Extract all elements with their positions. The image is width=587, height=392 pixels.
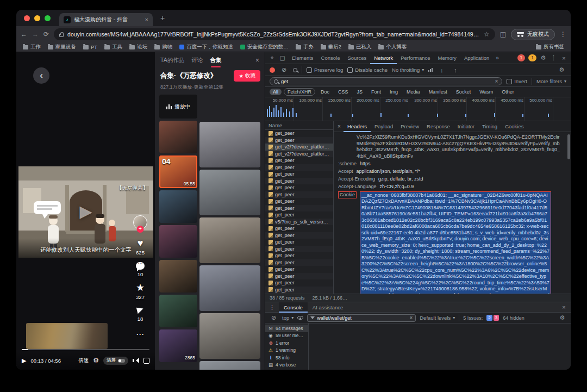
request-row[interactable]: get_peer — [265, 273, 333, 280]
browser-tab[interactable]: ♪ 福大漫购的抖音 - 抖音 × — [59, 13, 153, 26]
detail-tab[interactable]: Cookies — [501, 121, 527, 132]
request-row[interactable]: get_peer — [265, 178, 333, 185]
playback-speed-button[interactable]: 倍速 — [78, 357, 89, 364]
devtools-tab[interactable]: Console — [317, 52, 344, 64]
player-settings-icon[interactable]: ⚙ — [93, 357, 99, 364]
record-button[interactable] — [270, 67, 275, 73]
progress-bar[interactable] — [22, 349, 149, 350]
author-avatar-follow[interactable] — [133, 215, 147, 229]
request-row[interactable]: get_peer — [265, 198, 333, 205]
collect-star-icon[interactable]: ★ — [136, 283, 145, 293]
devtools-tab[interactable]: Memory — [434, 52, 460, 64]
close-panel-icon[interactable]: × — [255, 57, 259, 64]
bookmark-item[interactable]: 百度一下，你就知道 — [179, 43, 233, 51]
episode-thumbnail[interactable] — [199, 265, 260, 311]
more-panels-icon[interactable]: » — [494, 55, 501, 61]
network-conditions-icon[interactable] — [428, 68, 433, 72]
preserve-log-checkbox[interactable]: Preserve log — [307, 67, 343, 73]
request-type-chip[interactable]: All — [270, 89, 282, 95]
request-row[interactable]: get_peer — [265, 252, 333, 259]
comment-icon[interactable] — [136, 262, 145, 270]
drawer-tab[interactable]: AI assistance — [308, 302, 348, 313]
clear-network-icon[interactable]: ⊘ — [279, 66, 289, 73]
detail-tab[interactable]: Initiator — [454, 121, 478, 132]
request-row[interactable]: get_v2/?device_platform=… — [265, 151, 333, 158]
bookmark-item[interactable]: 垂后2 — [321, 43, 341, 51]
back-button[interactable]: ‹ — [33, 67, 49, 84]
like-icon[interactable]: ♥ — [138, 238, 143, 248]
drawer-kebab-icon[interactable]: ⋮ — [267, 304, 277, 311]
hidden-messages-label[interactable]: 64 hidden — [503, 315, 524, 321]
request-row[interactable]: get_peer — [265, 259, 333, 266]
live-expression-icon[interactable] — [297, 316, 303, 320]
request-row[interactable]: get_peer — [265, 239, 333, 246]
zoom-window-button[interactable] — [45, 15, 51, 21]
request-type-chip[interactable]: Doc — [317, 89, 333, 95]
episode-thumbnail[interactable] — [199, 170, 260, 215]
episode-thumbnail[interactable] — [199, 361, 260, 370]
log-levels-select[interactable]: Default levels▾ — [420, 315, 455, 321]
request-type-chip[interactable]: CSS — [335, 89, 352, 95]
collection-tab[interactable]: TA的作品 — [160, 57, 184, 64]
play-pause-button[interactable]: ▶ — [22, 357, 26, 364]
issue-count-badge[interactable]: 3 — [494, 315, 499, 321]
request-type-chip[interactable]: Manifest — [426, 89, 451, 95]
episode-thumbnail[interactable] — [199, 217, 260, 263]
import-har-icon[interactable]: ↓ — [437, 67, 446, 73]
clear-console-icon[interactable]: ⊘ — [269, 314, 278, 321]
disable-cache-checkbox[interactable]: Disable cache — [347, 67, 388, 73]
bookmark-item[interactable]: PT — [83, 44, 97, 50]
bookmark-item[interactable]: 安全储存您的数… — [240, 43, 289, 51]
episode-thumbnail[interactable]: 播放中 — [159, 295, 197, 327]
favorite-button[interactable]: ★ 收藏 — [234, 70, 260, 82]
episode-thumbnail[interactable] — [199, 122, 260, 167]
request-row[interactable]: get_v2/?device_platform=… — [265, 144, 333, 151]
episode-thumbnail[interactable]: 播放中 — [159, 190, 197, 223]
console-sidebar-item[interactable]: ▤ 4 verbose — [265, 362, 308, 369]
video-preview-thumbnail[interactable] — [26, 323, 108, 349]
request-row[interactable]: get_peer — [265, 171, 333, 178]
network-filter-input[interactable]: get × — [270, 77, 502, 85]
drawer-tab[interactable]: Console — [279, 302, 308, 313]
clear-console-filter-icon[interactable]: × — [409, 315, 413, 321]
request-type-chip[interactable]: Font — [368, 89, 384, 95]
request-row[interactable]: get_peer — [265, 164, 333, 171]
request-row[interactable]: get_peer — [265, 157, 333, 164]
clear-filter-icon[interactable]: × — [495, 78, 498, 84]
throttling-select[interactable]: No throttling▾ — [392, 67, 424, 73]
episode-thumbnail[interactable] — [199, 313, 260, 359]
request-row[interactable]: v5/?tnc_js_sdk_version=2… — [265, 219, 333, 226]
request-row[interactable]: get_peer — [265, 130, 333, 137]
volume-icon[interactable] — [133, 358, 139, 363]
episode-thumbnail[interactable]: 播放中 — [159, 95, 197, 119]
devtools-tab[interactable]: Sources — [344, 52, 370, 64]
warning-count-badge[interactable]: 1 — [528, 54, 536, 61]
episode-thumbnail[interactable]: 播放中 — [159, 260, 197, 293]
more-actions-icon[interactable]: ⋯ — [136, 329, 145, 339]
episode-thumbnail[interactable]: 04 05:55 播放中 — [159, 155, 197, 188]
detail-tab[interactable]: Response — [423, 121, 454, 132]
fullscreen-icon[interactable] — [143, 358, 149, 364]
bookmark-item[interactable]: 手办 — [296, 43, 314, 51]
devtools-tab[interactable]: Application — [460, 52, 493, 64]
console-sidebar-item[interactable]: ℹ 58 info — [265, 354, 308, 362]
request-row[interactable]: get_peer — [265, 211, 333, 219]
bookmark-item[interactable]: 购物 — [154, 43, 172, 51]
detail-tab[interactable]: Payload — [371, 121, 397, 132]
browser-menu-kebab-icon[interactable]: ⋮ — [560, 30, 566, 38]
bookmark-item[interactable]: 工具 — [104, 43, 122, 51]
scrollbar-thumb[interactable] — [567, 134, 570, 159]
request-row[interactable]: get_peer — [265, 184, 333, 191]
collection-tab[interactable]: 合集 — [210, 57, 221, 64]
episode-thumbnail[interactable]: 播放中 — [159, 225, 197, 258]
request-row[interactable]: get_peer — [265, 266, 333, 273]
detail-tab[interactable]: Headers — [344, 121, 371, 132]
console-sidebar-item[interactable]: ⚠ 1 warning — [265, 347, 308, 354]
episode-thumbnail[interactable]: 2865 播放中 — [159, 329, 197, 362]
close-drawer-icon[interactable]: × — [559, 304, 569, 310]
console-context-select[interactable]: top▾ — [282, 315, 294, 321]
device-toolbar-icon[interactable]: ▢ — [278, 54, 287, 61]
request-row[interactable]: get_peer — [265, 232, 333, 239]
request-type-chip[interactable]: Fetch/XHR — [284, 88, 315, 96]
request-type-chip[interactable]: JS — [354, 89, 366, 95]
